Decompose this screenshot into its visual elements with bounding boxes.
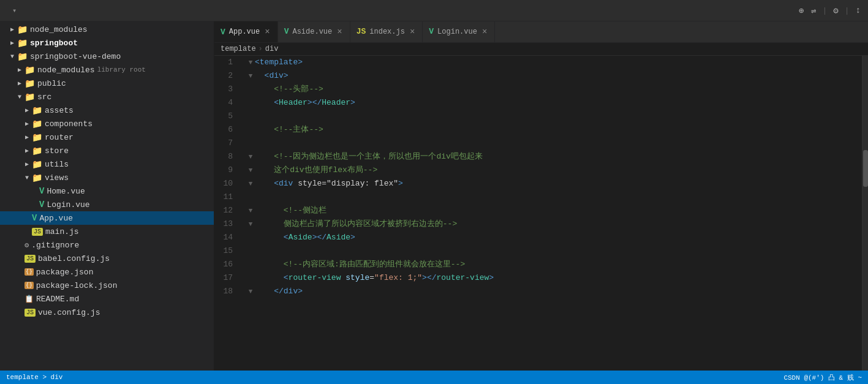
- tab-close-button[interactable]: ×: [409, 26, 416, 38]
- tree-item-src[interactable]: ▼📁src: [0, 90, 214, 104]
- code-line-5: [246, 110, 862, 123]
- fold-gutter-12[interactable]: ▼: [246, 204, 255, 217]
- tree-item-components[interactable]: ▶📁components: [0, 117, 214, 130]
- breadcrumb-template: template: [221, 45, 256, 53]
- code-content-4: <Header></Header>: [255, 96, 355, 110]
- fold-gutter-1[interactable]: ▼: [246, 56, 255, 69]
- arrow-icon: ▼: [22, 175, 32, 181]
- arrow-icon: ▶: [22, 120, 32, 127]
- tree-label: Home.vue: [47, 187, 85, 196]
- top-bar-icons: ⊕ ⇌ | ⚙ | ↕: [796, 4, 863, 17]
- arrow-icon: ▶: [22, 160, 32, 168]
- tree-item-utils[interactable]: ▶📁utils: [0, 157, 214, 171]
- js-file-icon: JS: [25, 309, 36, 317]
- fold-gutter-9[interactable]: ▼: [246, 164, 255, 177]
- main-layout: ▶📁node_modules▶📁springboot▼📁springboot-v…: [0, 21, 868, 371]
- arrow-icon: ▶: [22, 134, 32, 141]
- fold-gutter-10[interactable]: ▼: [246, 177, 255, 190]
- folder-icon: 📁: [25, 92, 35, 102]
- tab-app_vue[interactable]: V App.vue ×: [214, 21, 278, 42]
- line-number-18: 18: [214, 285, 233, 298]
- fold-gutter-8[interactable]: ▼: [246, 150, 255, 164]
- folder-icon: 📁: [17, 24, 28, 35]
- tree-item-assets[interactable]: ▶📁assets: [0, 104, 214, 117]
- tree-item-package_json[interactable]: {}package.json: [0, 265, 214, 279]
- tab-login_vue[interactable]: V Login.vue ×: [423, 21, 495, 42]
- tree-item-readme[interactable]: 📋README.md: [0, 292, 214, 306]
- editor-content[interactable]: 123456789101112131415161718 ▼<template>▼…: [214, 56, 862, 371]
- new-file-icon[interactable]: ⊕: [796, 4, 806, 17]
- line-number-16: 16: [214, 258, 233, 271]
- line-number-15: 15: [214, 244, 233, 258]
- vertical-scrollbar[interactable]: [862, 56, 868, 371]
- line-number-7: 7: [214, 137, 233, 150]
- folder-icon: 📁: [17, 38, 28, 48]
- tree-item-main_js[interactable]: JSmain.js: [0, 225, 214, 238]
- tree-item-app_vue[interactable]: VApp.vue: [0, 211, 214, 225]
- tree-label: router: [45, 133, 74, 142]
- line-number-2: 2: [214, 69, 233, 83]
- tab-aside_vue[interactable]: V Aside.vue ×: [278, 21, 350, 42]
- tab-close-button[interactable]: ×: [481, 26, 488, 38]
- collapse-icon[interactable]: ⇌: [809, 4, 818, 17]
- csdn-brand: CSDN @(#') 凸 & 贱 ~: [783, 373, 862, 382]
- tab-index_js[interactable]: JS index.js ×: [350, 21, 423, 42]
- fold-gutter-13[interactable]: ▼: [246, 217, 255, 231]
- fold-gutter-2[interactable]: ▼: [246, 69, 255, 83]
- tree-item-gitignore[interactable]: ⚙.gitignore: [0, 238, 214, 252]
- fold-gutter-18[interactable]: ▼: [246, 285, 255, 298]
- code-content-8: <!--因为侧边栏也是一个主体，所以也用一个div吧包起来: [255, 150, 483, 164]
- vue-file-icon: V: [32, 213, 37, 223]
- line-number-1: 1: [214, 56, 233, 69]
- line-number-12: 12: [214, 204, 233, 217]
- code-content-2: <div>: [255, 69, 289, 83]
- tree-item-public[interactable]: ▶📁public: [0, 77, 214, 90]
- tree-item-node_modules_root[interactable]: ▶📁node_modules: [0, 23, 214, 36]
- tree-item-views[interactable]: ▼📁views: [0, 171, 214, 184]
- tab-icon: JS: [357, 27, 366, 36]
- line-number-5: 5: [214, 110, 233, 123]
- tree-label: assets: [45, 106, 74, 115]
- code-line-4: <Header></Header>: [246, 96, 862, 110]
- scrollbar-thumb[interactable]: [863, 150, 868, 187]
- line-numbers: 123456789101112131415161718: [214, 56, 240, 371]
- tab-close-button[interactable]: ×: [336, 26, 343, 38]
- code-line-17: <router-view style="flex: 1;"></router-v…: [246, 271, 862, 285]
- arrow-icon: ▶: [22, 107, 32, 114]
- tree-item-springboot_vue_demo[interactable]: ▼📁springboot-vue-demo: [0, 50, 214, 63]
- code-content-5: [255, 110, 260, 123]
- status-left: template > div: [6, 374, 62, 381]
- tree-item-vue_config[interactable]: JSvue.config.js: [0, 306, 214, 319]
- tab-close-button[interactable]: ×: [263, 26, 271, 38]
- tree-item-springboot[interactable]: ▶📁springboot: [0, 36, 214, 50]
- settings-icon[interactable]: ⚙: [831, 4, 840, 17]
- tree-label: package-lock.json: [36, 281, 118, 290]
- tree-label: package.json: [36, 268, 94, 277]
- json-file-icon: {}: [25, 268, 34, 276]
- tree-item-package_lock[interactable]: {}package-lock.json: [0, 279, 214, 292]
- arrow-icon: ▶: [15, 80, 25, 87]
- tree-item-router[interactable]: ▶📁router: [0, 130, 214, 144]
- line-number-4: 4: [214, 96, 233, 110]
- tree-item-babel_config[interactable]: JSbabel.config.js: [0, 252, 214, 265]
- sidebar-tree: ▶📁node_modules▶📁springboot▼📁springboot-v…: [0, 21, 214, 320]
- tree-label: springboot-vue-demo: [30, 52, 121, 61]
- line-number-3: 3: [214, 83, 233, 96]
- code-content-10: <div style="display: flex">: [255, 177, 403, 190]
- tree-label: .gitignore: [31, 241, 79, 250]
- status-bar: template > div CSDN @(#') 凸 & 贱 ~: [0, 371, 868, 384]
- code-content-13: 侧边栏占满了所以内容区域才被挤到右边去的-->: [255, 217, 457, 231]
- tree-item-login_vue[interactable]: VLogin.vue: [0, 198, 214, 211]
- tab-bar: V App.vue × V Aside.vue × JS index.js × …: [214, 21, 868, 43]
- tree-label: App.vue: [39, 214, 73, 223]
- folder-icon: 📁: [25, 65, 35, 75]
- tree-item-node_modules_lib[interactable]: ▶📁node_modules library root: [0, 63, 214, 77]
- tree-item-home_vue[interactable]: VHome.vue: [0, 184, 214, 198]
- tab-label: App.vue: [229, 28, 260, 36]
- code-line-15: [246, 244, 862, 258]
- tab-label: index.js: [369, 28, 405, 36]
- tree-item-store[interactable]: ▶📁store: [0, 144, 214, 157]
- code-line-7: [246, 137, 862, 150]
- tree-label: store: [45, 146, 69, 156]
- pin-icon[interactable]: ↕: [853, 4, 863, 17]
